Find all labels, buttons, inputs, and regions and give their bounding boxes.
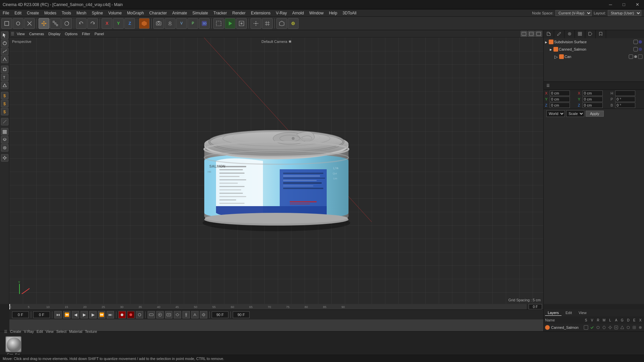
prev-frame-btn[interactable]: ⏪: [63, 311, 70, 318]
mat-texture[interactable]: Texture: [85, 329, 97, 334]
menu-animate[interactable]: Animate: [170, 9, 190, 16]
node-space-select[interactable]: Current (V-Ray): [555, 10, 592, 16]
auto-key-btn[interactable]: [136, 311, 143, 318]
panel-tab-object[interactable]: [575, 30, 585, 38]
panel-tab-file[interactable]: [544, 30, 554, 38]
lt-stack[interactable]: [1, 128, 8, 135]
br-tab-view[interactable]: View: [576, 310, 589, 316]
minimize-button[interactable]: ─: [604, 0, 617, 9]
x-size-input[interactable]: [583, 90, 603, 96]
texture-mode-btn[interactable]: [24, 18, 35, 29]
menu-simulate[interactable]: Simulate: [190, 9, 211, 16]
menu-vray[interactable]: V-Ray: [273, 9, 290, 16]
ipr-btn[interactable]: [236, 18, 247, 29]
motion-pose-btn[interactable]: [182, 311, 190, 318]
menu-render[interactable]: Render: [230, 9, 248, 16]
lt-cube[interactable]: [1, 66, 8, 73]
lt-layers[interactable]: [1, 136, 8, 143]
lt-live[interactable]: [1, 40, 8, 47]
scale-tool-btn[interactable]: [50, 18, 61, 29]
apply-button[interactable]: Apply: [586, 111, 604, 117]
current-frame-input[interactable]: [33, 311, 50, 318]
mat-vray[interactable]: V-Ray: [24, 329, 34, 334]
vt-view[interactable]: View: [15, 31, 27, 37]
menu-edit[interactable]: Edit: [12, 9, 24, 16]
hierarchy-row-canned-salmon[interactable]: ▸ Canned_Salmon: [544, 46, 644, 53]
vray-icon[interactable]: V: [176, 18, 187, 29]
camera-btn[interactable]: [153, 18, 164, 29]
vt-options[interactable]: Options: [63, 31, 79, 37]
end-frame2-input[interactable]: [233, 311, 250, 318]
undo-btn[interactable]: [76, 18, 87, 29]
menu-mograph[interactable]: MoGraph: [124, 9, 147, 16]
lt-pointer[interactable]: [1, 32, 8, 39]
vt-filter[interactable]: Filter: [80, 31, 92, 37]
z-size-input[interactable]: [583, 103, 603, 108]
menu-window[interactable]: Window: [307, 9, 326, 16]
cube-btn[interactable]: [139, 18, 150, 29]
options-btn[interactable]: [288, 18, 299, 29]
menu-3dtoall[interactable]: 3DToAll: [340, 9, 359, 16]
lt-gear[interactable]: [1, 154, 8, 162]
menu-mesh[interactable]: Mesh: [74, 9, 89, 16]
menu-modes[interactable]: Modes: [42, 9, 59, 16]
lt-spline[interactable]: [1, 48, 8, 55]
menu-help[interactable]: Help: [326, 9, 340, 16]
model-mode-btn[interactable]: [1, 18, 12, 29]
rotate-tool-btn[interactable]: [61, 18, 72, 29]
y-pos-input[interactable]: [550, 97, 570, 102]
vt-menu-icon[interactable]: ☰: [11, 32, 14, 36]
close-button[interactable]: ✕: [631, 0, 644, 9]
vt-cameras[interactable]: Cameras: [27, 31, 46, 37]
motion-sound-btn[interactable]: [200, 311, 207, 318]
timeline-ruler[interactable]: 0 5 10 15 20 25 30 35 40 45 50 55 60 65 …: [9, 304, 527, 309]
hierarchy-row-can[interactable]: ▷ Can: [544, 53, 644, 60]
mat-select[interactable]: Select: [56, 329, 67, 334]
hierarchy-row-subdivision[interactable]: ▸ Subdivision Surface: [544, 38, 644, 46]
current-frame-display[interactable]: [529, 304, 542, 309]
motion-clip-btn[interactable]: [148, 311, 155, 318]
layout-select[interactable]: Startup (User): [608, 10, 641, 16]
h-input[interactable]: [615, 90, 635, 96]
workplane-btn[interactable]: [276, 18, 287, 29]
redo-btn[interactable]: [87, 18, 98, 29]
motion-source-btn[interactable]: [156, 311, 164, 318]
light-btn[interactable]: [165, 18, 175, 29]
lt-knife[interactable]: [1, 118, 8, 125]
z-axis-btn[interactable]: Z: [124, 18, 135, 29]
menu-tracker[interactable]: Tracker: [211, 9, 229, 16]
snap-btn[interactable]: [251, 18, 261, 29]
mat-view[interactable]: View: [46, 329, 54, 334]
x-axis-btn[interactable]: X: [102, 18, 112, 29]
vt-panel[interactable]: Panel: [93, 31, 106, 37]
plugin-btn2[interactable]: 3D: [199, 18, 210, 29]
menu-file[interactable]: File: [0, 9, 12, 16]
lt-text[interactable]: T: [1, 74, 8, 81]
object-mode-btn[interactable]: [13, 18, 23, 29]
motion-arm-btn[interactable]: [191, 311, 199, 318]
menu-create[interactable]: Create: [24, 9, 42, 16]
end-frame1-input[interactable]: [212, 311, 228, 318]
menu-extensions[interactable]: Extensions: [248, 9, 273, 16]
go-end-btn[interactable]: ⏭: [107, 311, 114, 318]
mat-menu-icon[interactable]: ☰: [4, 329, 7, 334]
lt-s3[interactable]: $: [1, 108, 8, 115]
z-pos-input[interactable]: [550, 103, 570, 108]
plugin-btn1[interactable]: P: [187, 18, 198, 29]
vt-display[interactable]: Display: [46, 31, 62, 37]
lt-attach[interactable]: [1, 144, 8, 152]
mat-create[interactable]: Create: [10, 329, 21, 334]
mat-edit[interactable]: Edit: [37, 329, 43, 334]
render-region-btn[interactable]: [213, 18, 224, 29]
lt-s2[interactable]: $: [1, 100, 8, 107]
x-pos-input[interactable]: [550, 90, 570, 96]
motion-extra-btn[interactable]: [174, 311, 181, 318]
coord-mode-select[interactable]: World: [546, 110, 565, 117]
render-btn[interactable]: [225, 18, 235, 29]
mat-material[interactable]: Material: [69, 329, 82, 334]
menu-character[interactable]: Character: [147, 9, 170, 16]
menu-tools[interactable]: Tools: [59, 9, 74, 16]
menu-arnold[interactable]: Arnold: [289, 9, 307, 16]
lt-s1[interactable]: $: [1, 92, 8, 99]
move-tool-btn[interactable]: [39, 18, 49, 29]
